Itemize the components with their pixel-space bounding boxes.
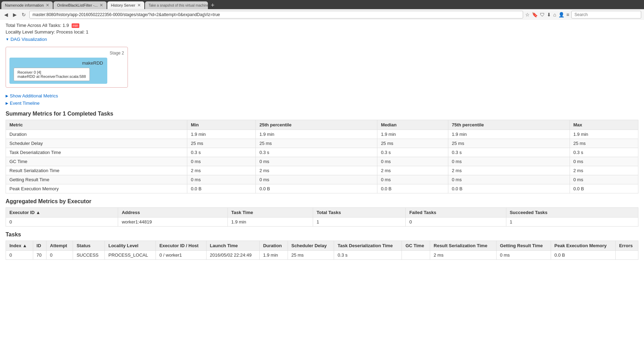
table-cell: 1.9 min [256,130,377,139]
table-cell: 25 ms [187,139,256,148]
summary-col-max: Max [570,120,638,130]
task-col-getting-result-time: Getting Result Time [496,241,551,251]
forward-button[interactable]: ▶ [12,11,18,18]
table-cell: Scheduler Delay [6,139,187,148]
profile-icon[interactable]: 👤 [558,12,564,17]
table-cell: GC Time [6,157,187,166]
refresh-button[interactable]: ↻ [20,11,27,18]
dag-node-line2: makeRDD at ReceiverTracker.scala:588 [17,74,86,79]
task-col-gc-time: GC Time [402,241,430,251]
agg-col-executor-id[interactable]: Executor ID ▲ [6,208,118,218]
task-col-executor-id-host: Executor ID / Host [156,241,206,251]
table-cell: worker1:44819 [118,218,227,227]
table-cell: 2 ms [377,166,448,175]
tab-history-close[interactable]: ✕ [137,3,141,8]
search-input[interactable] [571,11,641,19]
locality-value-text: Process local: 1 [56,29,88,35]
dag-toggle[interactable]: ▼ DAG Visualization [6,37,638,42]
task-col-errors: Errors [615,241,638,251]
tab-history[interactable]: History Server ✕ [107,1,144,9]
event-timeline-label: Event Timeline [10,101,39,106]
home-icon[interactable]: ⌂ [553,12,556,17]
dag-chevron-icon: ▼ [6,37,9,41]
locality-label: Locality Level Summary: [6,29,55,35]
toolbar-icons: ☆ 🔖 🛡 ⬇ ⌂ 👤 ≡ [525,12,569,17]
table-cell: 1.9 min [377,130,448,139]
table-cell: 0 ms [448,157,570,166]
aggregated-header-row: Executor ID ▲ Address Task Time Total Ta… [6,208,638,218]
agg-col-task-time: Task Time [227,208,313,218]
menu-icon[interactable]: ≡ [566,12,569,17]
table-cell: 0 [6,251,33,260]
dag-container: Stage 2 makeRDD Receiver 0 [4] makeRDD a… [6,47,128,88]
table-cell: 0 ms [187,157,256,166]
new-tab-button[interactable]: + [209,2,217,9]
table-cell: Peak Execution Memory [6,184,187,193]
agg-col-succeeded-tasks: Succeeded Tasks [506,208,638,218]
table-row: Result Serialization Time2 ms2 ms2 ms2 m… [6,166,638,175]
tab-blacklist[interactable]: OnlineBlackListFilter -... ✕ [53,1,107,9]
table-cell: 1.9 min [259,251,288,260]
table-cell: 0 / worker1 [156,251,206,260]
table-cell: 0.3 s [187,148,256,157]
back-button[interactable]: ◀ [3,11,9,18]
table-cell: 0.0 B [187,184,256,193]
table-cell: 0 ms [256,157,377,166]
table-cell: 0 ms [496,251,551,260]
table-cell: 0.0 B [570,184,638,193]
table-cell: 0.0 B [448,184,570,193]
table-cell: 1.9 min [570,130,638,139]
tab-namenode[interactable]: Namenode information ✕ [1,1,53,9]
task-col-result-serialization-time: Result Serialization Time [430,241,497,251]
page-content: Total Time Across All Tasks: 1.9 min Loc… [0,20,644,348]
table-cell: 25 ms [570,139,638,148]
additional-metrics-label: Show Additional Metrics [10,93,58,98]
dag-node-line1: Receiver 0 [4] [17,70,86,74]
tab-snapshot[interactable]: Take a snapshot of this virtual machine … [145,1,208,9]
tab-blacklist-close[interactable]: ✕ [100,3,103,8]
table-cell: 0 ms [377,175,448,184]
browser-chrome: Namenode information ✕ OnlineBlackListFi… [0,0,644,20]
additional-metrics-chevron-icon: ▶ [6,94,8,98]
address-input[interactable] [29,11,523,19]
table-cell: 2 ms [256,166,377,175]
table-cell: 0 ms [187,175,256,184]
task-col-deserialization-time: Task Deserialization Time [334,241,402,251]
shield-icon[interactable]: 🛡 [540,12,545,17]
locality-line: Locality Level Summary: Process local: 1 [6,29,638,35]
table-cell: 1 [506,218,638,227]
star-icon[interactable]: ☆ [525,12,530,17]
table-cell: 0 ms [570,175,638,184]
tab-namenode-close[interactable]: ✕ [46,3,49,8]
table-cell: Result Serialization Time [6,166,187,175]
task-col-locality-level: Locality Level [105,241,156,251]
task-col-scheduler-delay: Scheduler Delay [288,241,334,251]
table-row: 0700SUCCESSPROCESS_LOCAL0 / worker12016/… [6,251,638,260]
dag-stage-box: makeRDD Receiver 0 [4] makeRDD at Receiv… [9,58,107,84]
table-cell: Task Deserialization Time [6,148,187,157]
tab-blacklist-label: OnlineBlackListFilter -... [57,3,97,7]
table-cell: PROCESS_LOCAL [105,251,156,260]
total-time-value: 1.9 [63,23,70,28]
table-row: Peak Execution Memory0.0 B0.0 B0.0 B0.0 … [6,184,638,193]
download-icon[interactable]: ⬇ [547,12,551,17]
show-additional-metrics-toggle[interactable]: ▶ Show Additional Metrics [6,93,638,98]
bookmark-icon[interactable]: 🔖 [532,12,538,17]
tasks-title: Tasks [6,231,638,238]
tab-namenode-label: Namenode information [5,3,44,7]
summary-col-75th: 75th percentile [448,120,570,130]
total-time-line: Total Time Across All Tasks: 1.9 min [6,23,638,28]
summary-table: Metric Min 25th percentile Median 75th p… [6,120,638,193]
table-cell: 2016/05/02 22:24:49 [206,251,259,260]
summary-title: Summary Metrics for 1 Completed Tasks [6,111,638,117]
table-cell: 2 ms [448,166,570,175]
event-timeline-toggle[interactable]: ▶ Event Timeline [6,101,638,106]
table-cell: 0.3 s [334,251,402,260]
task-col-index[interactable]: Index ▲ [6,241,33,251]
dag-node: Receiver 0 [4] makeRDD at ReceiverTracke… [14,68,90,81]
event-timeline-chevron-icon: ▶ [6,101,8,105]
dag-rdd-label: makeRDD [14,60,103,66]
summary-col-25th: 25th percentile [256,120,377,130]
table-row: Duration1.9 min1.9 min1.9 min1.9 min1.9 … [6,130,638,139]
aggregated-table: Executor ID ▲ Address Task Time Total Ta… [6,207,638,227]
